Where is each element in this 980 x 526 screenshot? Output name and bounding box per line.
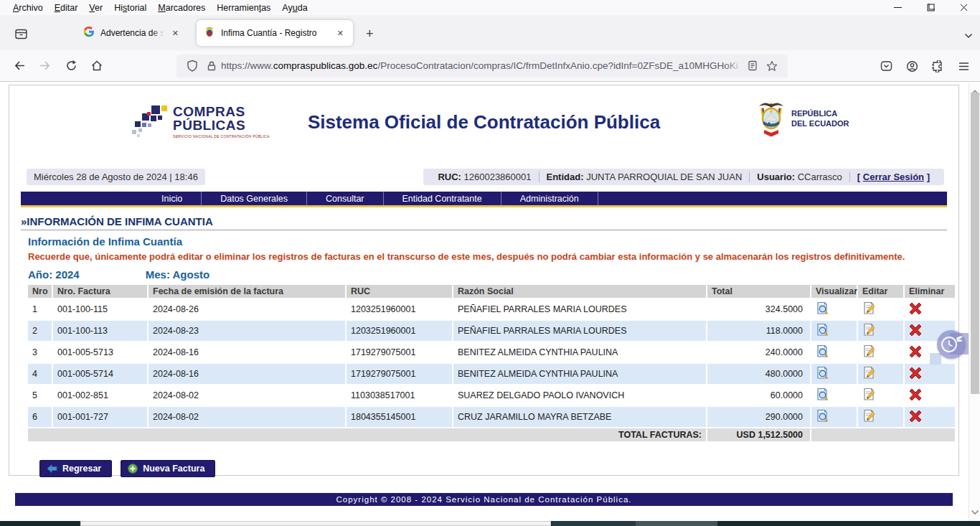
menu-editar[interactable]: Editar	[49, 1, 84, 14]
account-icon[interactable]	[901, 55, 923, 77]
editar-icon[interactable]	[862, 388, 876, 401]
list-all-tabs-icon[interactable]	[964, 29, 973, 42]
total-facturas-value: USD 1,512.5000	[707, 428, 810, 441]
tab-advertencia[interactable]: Advertencia de software malici ✕	[76, 20, 188, 46]
table-row: 2 001-100-113 2024-08-23 1203251960001 P…	[28, 321, 955, 341]
taskbar-segment	[0, 521, 79, 526]
forward-icon[interactable]	[34, 55, 56, 77]
reload-icon[interactable]	[60, 55, 82, 77]
hamburger-menu-icon[interactable]	[953, 55, 974, 77]
month-label: Mes: Agosto	[146, 268, 209, 281]
window-controls	[881, 0, 980, 15]
editar-icon[interactable]	[862, 323, 876, 337]
table-row: 5 001-002-851 2024-08-02 1103038517001 S…	[28, 385, 955, 405]
eliminar-icon[interactable]	[909, 302, 922, 315]
taskbar-search-sliver[interactable]	[80, 521, 551, 526]
shield-icon[interactable]	[187, 60, 198, 72]
menu-archivo[interactable]: Archivo	[7, 1, 49, 14]
firefox-view-icon[interactable]	[10, 23, 32, 44]
nav-item-datos-generales[interactable]: Datos Generales	[202, 192, 307, 205]
editar-icon[interactable]	[862, 301, 876, 315]
menu-herramientas[interactable]: Herramientas	[211, 1, 276, 14]
cell-nro: 2	[28, 321, 52, 341]
eliminar-icon[interactable]	[909, 367, 922, 380]
eliminar-icon[interactable]	[909, 345, 922, 358]
visualizar-icon[interactable]	[816, 388, 829, 401]
editar-icon[interactable]	[862, 366, 876, 380]
menu-historial[interactable]: Historial	[108, 1, 152, 14]
reader-mode-icon[interactable]	[748, 60, 758, 71]
logout-link[interactable]: Cerrar Sesión	[863, 172, 924, 182]
nav-item-administración[interactable]: Administración	[501, 192, 598, 205]
session-info-box: RUC: 1260023860001 Entidad: JUNTA PARROQ…	[423, 169, 944, 185]
col-visualizar: Visualizar	[811, 285, 857, 298]
browser-menu-bar: ArchivoEditarVerHistorialMarcadoresHerra…	[0, 0, 980, 15]
cell-ruc: 1804355145001	[347, 407, 452, 427]
nav-item-consultar[interactable]: Consultar	[307, 192, 384, 205]
col-total: Total	[707, 285, 810, 298]
visualizar-icon[interactable]	[816, 323, 829, 337]
cell-fecha: 2024-08-23	[149, 321, 345, 341]
republic-text-line1: REPÚBLICA	[791, 109, 849, 119]
col-factura: Nro. Factura	[53, 285, 147, 298]
home-icon[interactable]	[86, 55, 108, 77]
eliminar-icon[interactable]	[909, 324, 922, 337]
col-nro: Nro	[28, 285, 52, 298]
url-bar[interactable]: https://www.compraspublicas.gob.ec/Proce…	[176, 55, 788, 78]
main-navigation: InicioDatos GeneralesConsultarEntidad Co…	[21, 192, 947, 207]
toolbar-right-icons	[867, 55, 974, 77]
ecuador-favicon	[204, 26, 215, 40]
menu-ayuda[interactable]: Ayuda	[276, 1, 313, 14]
menu-ver[interactable]: Ver	[83, 1, 108, 14]
cell-factura: 001-005-5714	[53, 364, 147, 384]
editar-icon[interactable]	[862, 344, 876, 358]
year-month-row: Año: 2024 Mes: Agosto	[28, 268, 947, 281]
url-text: https://www.compraspublicas.gob.ec/Proce…	[221, 60, 743, 71]
cell-nro: 6	[28, 407, 52, 427]
menu-bar-items: ArchivoEditarVerHistorialMarcadoresHerra…	[7, 1, 314, 14]
tab-infima-cuantia[interactable]: Infima Cuantía - Registro ✕	[197, 20, 353, 46]
scrollbar-thumb[interactable]	[971, 93, 979, 394]
lock-icon[interactable]	[207, 60, 217, 72]
visualizar-icon[interactable]	[816, 344, 829, 358]
col-eliminar: Eliminar	[905, 285, 955, 298]
nav-item-inicio[interactable]: Inicio	[143, 192, 202, 205]
extensions-puzzle-icon[interactable]	[927, 55, 948, 77]
nav-item-entidad-contratante[interactable]: Entidad Contratante	[384, 192, 501, 205]
editar-icon[interactable]	[862, 409, 876, 423]
visualizar-icon[interactable]	[816, 301, 829, 315]
cell-total: 118.0000	[707, 321, 810, 341]
cell-factura: 001-005-5713	[53, 342, 147, 362]
taskbar-segment	[717, 521, 980, 526]
cell-fecha: 2024-08-02	[149, 407, 345, 427]
taskbar-segment	[636, 521, 717, 526]
visualizar-icon[interactable]	[816, 409, 829, 423]
vertical-scrollbar[interactable]	[969, 83, 980, 521]
browser-tab-bar: Advertencia de software malici ✕ Infima …	[0, 15, 980, 50]
visualizar-icon[interactable]	[816, 366, 829, 380]
menu-marcadores[interactable]: Marcadores	[152, 1, 211, 14]
pocket-icon[interactable]	[875, 55, 897, 77]
close-tab-icon[interactable]: ✕	[335, 28, 346, 39]
copyright-text: Copyright © 2008 - 2024 Servicio Naciona…	[336, 495, 632, 504]
eliminar-icon[interactable]	[909, 410, 922, 423]
bookmark-star-icon[interactable]	[766, 60, 778, 72]
tab-title: Advertencia de software malici	[100, 28, 164, 38]
cell-razon: CRUZ JARAMILLO MAYRA BETZABE	[453, 407, 706, 427]
close-window-button[interactable]	[947, 0, 980, 15]
close-tab-icon[interactable]: ✕	[170, 28, 181, 39]
eliminar-icon[interactable]	[909, 388, 922, 401]
new-tab-button[interactable]: +	[360, 27, 380, 42]
regresar-button[interactable]: Regresar	[39, 460, 112, 477]
back-icon[interactable]	[9, 55, 30, 77]
cell-factura: 001-001-727	[53, 407, 147, 427]
scroll-down-icon[interactable]	[971, 505, 979, 518]
maximize-button[interactable]	[914, 0, 947, 15]
cell-total: 324.5000	[707, 299, 810, 319]
floating-clock-widget[interactable]	[937, 330, 966, 359]
col-ruc: RUC	[347, 285, 452, 298]
clock-wing-icon[interactable]	[937, 330, 966, 359]
minimize-button[interactable]	[881, 0, 914, 15]
cell-razon: SUAREZ DELGADO PAOLO IVANOVICH	[453, 385, 706, 405]
nueva-factura-button[interactable]: Nueva Factura	[121, 460, 215, 477]
